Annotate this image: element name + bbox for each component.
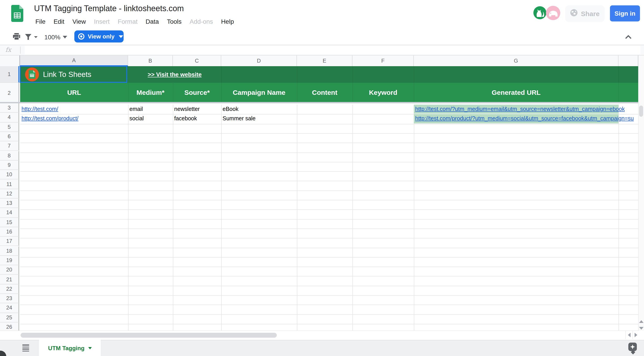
column-header-F[interactable]: F [352, 55, 414, 66]
gridline [20, 257, 638, 258]
column-header-D[interactable]: D [221, 55, 297, 66]
gridline [20, 133, 638, 134]
cell-D4: Summer sale [222, 114, 256, 123]
row-header-13[interactable]: 13 [0, 198, 19, 208]
all-sheets-icon[interactable] [20, 343, 31, 353]
gridline [20, 124, 638, 124]
row-header-10[interactable]: 10 [0, 170, 19, 179]
row-header-2[interactable]: 2 [0, 83, 19, 103]
cell-G3-link[interactable]: http://test.com/?utm_medium=email&utm_so… [415, 105, 638, 114]
filter-icon[interactable] [25, 33, 31, 42]
view-only-dropdown-caret[interactable] [118, 35, 123, 38]
row-header-16[interactable]: 16 [0, 227, 19, 237]
row-header-24[interactable]: 24 [0, 304, 19, 313]
column-header-B[interactable]: B [128, 55, 173, 66]
formula-input[interactable] [25, 46, 640, 55]
gridline [20, 200, 638, 200]
row-header-12[interactable]: 12 [0, 189, 19, 198]
row-header-19[interactable]: 19 [0, 256, 19, 265]
row-header-18[interactable]: 18 [0, 246, 19, 256]
row-header-7[interactable]: 7 [0, 141, 19, 151]
row-header-6[interactable]: 6 [0, 132, 19, 142]
row-header-5[interactable]: 5 [0, 122, 19, 132]
column-header-C[interactable]: C [173, 55, 221, 66]
viewer-avatar-green-animal[interactable] [534, 6, 546, 19]
column-header-partial[interactable] [618, 55, 638, 66]
sheets-logo-icon[interactable] [11, 5, 23, 22]
header-cell-separator [618, 83, 619, 102]
gridline [297, 105, 297, 331]
gridline [414, 105, 414, 331]
menu-help[interactable]: Help [217, 17, 238, 27]
cell-A3-link[interactable]: http://test.com/ [22, 105, 58, 114]
menu-file[interactable]: File [31, 17, 50, 27]
menu-bar: FileEditViewInsertFormatDataToolsAdd-ons… [31, 17, 238, 27]
document-title[interactable]: UTM Tagging Template - linktosheets.com [34, 4, 184, 13]
scroll-left-button[interactable] [625, 331, 632, 339]
gridline [20, 286, 638, 286]
sign-in-button[interactable]: Sign in [610, 5, 640, 21]
header-cell-url[interactable]: URL [20, 83, 128, 102]
row-header-3[interactable]: 3 [0, 103, 19, 113]
row-header-14[interactable]: 14 [0, 208, 19, 218]
banner-cell-separator [297, 66, 297, 83]
frozen-rows-divider[interactable] [0, 102, 638, 103]
select-all-corner[interactable] [0, 55, 20, 67]
row-header-15[interactable]: 15 [0, 218, 19, 227]
gridline [20, 276, 638, 277]
menu-insert: Insert [90, 17, 114, 27]
header-cell-campaign-name[interactable]: Campaign Name [221, 83, 297, 102]
row-header-20[interactable]: 20 [0, 265, 19, 275]
menu-view[interactable]: View [68, 17, 90, 27]
header-cell-content[interactable]: Content [297, 83, 352, 102]
cell-B3: email [130, 105, 143, 114]
column-header-A[interactable]: A [20, 55, 128, 66]
cell-A4-link[interactable]: http://test.com/product/ [22, 114, 78, 123]
viewer-avatar-pink-animal[interactable] [546, 6, 560, 20]
gridline [20, 152, 638, 153]
row-header-22[interactable]: 22 [0, 284, 19, 294]
view-only-button[interactable]: View only [74, 30, 124, 42]
header-cell-medium-[interactable]: Medium* [128, 83, 173, 102]
row-header-25[interactable]: 25 [0, 313, 19, 323]
collapse-toolbar-chevron[interactable] [625, 33, 632, 41]
row-header-1[interactable]: 1 [0, 66, 19, 83]
row-header-4[interactable]: 4 [0, 113, 19, 123]
row-header-8[interactable]: 8 [0, 151, 19, 161]
scroll-up-button[interactable] [638, 319, 644, 325]
column-header-G[interactable]: G [414, 55, 618, 66]
horizontal-scrollbar-thumb[interactable] [20, 333, 277, 338]
row-header-11[interactable]: 11 [0, 179, 19, 189]
gridline [20, 162, 638, 162]
row-header-17[interactable]: 17 [0, 237, 19, 246]
share-button[interactable]: Share [565, 5, 604, 22]
filter-dropdown-caret[interactable] [34, 36, 38, 38]
scroll-right-button[interactable] [632, 331, 639, 339]
sheet-tab-menu-caret[interactable] [88, 347, 92, 349]
print-icon[interactable] [13, 33, 20, 42]
vertical-scrollbar-track[interactable] [638, 55, 644, 331]
spreadsheet-app: UTM Tagging Template - linktosheets.com … [0, 0, 644, 356]
visit-website-link[interactable]: >> Visit the website [128, 66, 221, 83]
zoom-dropdown-caret[interactable] [63, 36, 67, 38]
menu-edit[interactable]: Edit [50, 17, 68, 27]
zoom-level-select[interactable]: 100% [44, 33, 60, 41]
vertical-scrollbar-thumb[interactable] [639, 106, 643, 117]
column-header-E[interactable]: E [297, 55, 352, 66]
row-header-23[interactable]: 23 [0, 294, 19, 304]
sheet-tab-utm-tagging[interactable]: UTM Tagging [39, 340, 101, 356]
header-cell-source-[interactable]: Source* [173, 83, 221, 102]
banner-cell-separator [352, 66, 353, 83]
explore-button[interactable] [628, 343, 637, 351]
row-header-21[interactable]: 21 [0, 275, 19, 284]
gridline [20, 219, 638, 219]
scroll-down-button[interactable] [638, 325, 644, 331]
header-cell-generated-url[interactable]: Generated URL [414, 83, 618, 102]
menu-data[interactable]: Data [142, 17, 163, 27]
gridline [20, 305, 638, 305]
gridline [20, 324, 638, 324]
header-cell-keyword[interactable]: Keyword [352, 83, 414, 102]
menu-tools[interactable]: Tools [163, 17, 186, 27]
row-header-9[interactable]: 9 [0, 161, 19, 170]
cell-G4-link[interactable]: http://test.com/product/?utm_medium=soci… [415, 114, 638, 123]
